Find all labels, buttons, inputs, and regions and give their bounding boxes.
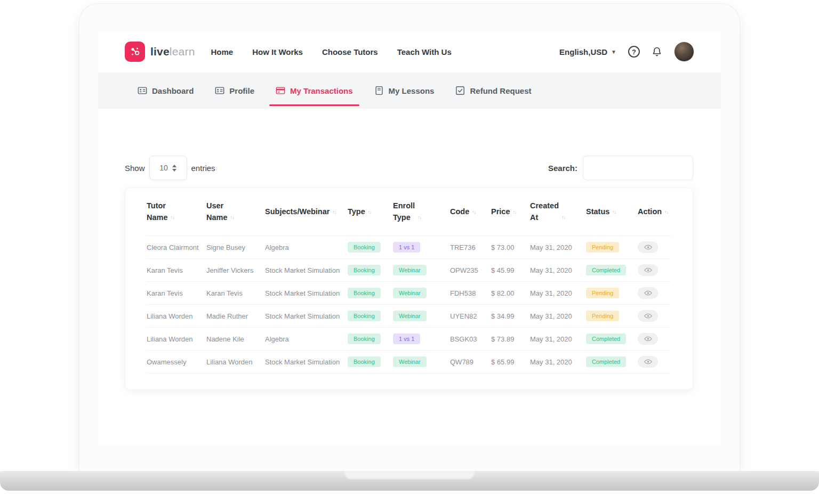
sort-icon[interactable]: ↑↓ — [332, 209, 336, 217]
type-badge: Booking — [348, 356, 381, 367]
sort-icon[interactable]: ↑↓ — [512, 209, 516, 217]
table-row: Cleora Clairmont Signe Busey Algebra Boo… — [147, 236, 671, 259]
eye-icon — [644, 267, 652, 273]
type-cell: Booking — [348, 311, 393, 321]
show-entries-group: Show 10 entries — [125, 156, 215, 180]
subject-cell: Algebra — [265, 335, 348, 343]
sort-icon[interactable]: ↑↓ — [664, 209, 668, 217]
price-cell: $ 73.89 — [491, 335, 530, 343]
page: livelearn Home How It Works Choose Tutor… — [0, 0, 819, 504]
tutor-name-cell: Karan Tevis — [147, 266, 206, 274]
brand-logo-icon — [125, 42, 145, 62]
enroll-type-badge: 1 vs 1 — [393, 242, 420, 253]
view-button[interactable] — [638, 287, 658, 299]
tab-my-lessons[interactable]: My Lessons — [374, 72, 435, 109]
view-button[interactable] — [638, 333, 658, 345]
nav-how-it-works[interactable]: How It Works — [252, 47, 303, 56]
col-type: Type↑↓ — [348, 206, 393, 217]
entries-select[interactable]: 10 — [149, 156, 187, 180]
col-tutor-name: Tutor Name↑↓ — [147, 200, 206, 223]
check-square-icon — [455, 86, 465, 95]
status-cell: Completed — [586, 265, 638, 275]
locale-label: English,USD — [559, 47, 607, 56]
col-status: Status↑↓ — [586, 206, 638, 217]
code-cell: QW789 — [450, 358, 491, 366]
app-header: livelearn Home How It Works Choose Tutor… — [98, 31, 721, 72]
type-badge: Booking — [348, 265, 381, 275]
laptop-notch — [344, 471, 475, 479]
tab-dashboard[interactable]: Dashboard — [138, 72, 194, 109]
col-subjects-webinar: Subjects/Webinar↑↓ — [265, 206, 348, 217]
price-cell: $ 45.99 — [491, 266, 530, 274]
status-badge: Pending — [586, 288, 619, 298]
brand-logo[interactable]: livelearn — [125, 42, 195, 62]
status-badge: Pending — [586, 311, 619, 321]
locale-selector[interactable]: English,USD ▼ — [559, 47, 616, 56]
type-cell: Booking — [348, 242, 393, 253]
status-badge: Completed — [586, 334, 626, 344]
subject-cell: Algebra — [265, 243, 348, 251]
eye-icon — [644, 359, 652, 364]
main-nav: Home How It Works Choose Tutors Teach Wi… — [211, 47, 452, 56]
eye-icon — [644, 313, 652, 319]
tab-label: My Transactions — [290, 86, 353, 95]
status-badge: Completed — [586, 265, 626, 275]
price-cell: $ 34.99 — [491, 312, 530, 320]
type-badge: Booking — [348, 334, 381, 344]
view-button[interactable] — [638, 310, 658, 322]
view-button[interactable] — [638, 356, 658, 368]
sort-icon[interactable]: ↑↓ — [472, 209, 476, 217]
user-name-cell: Nadene Kile — [206, 335, 265, 343]
sort-icon[interactable]: ↑↓ — [230, 214, 234, 223]
id-card-icon — [138, 86, 147, 95]
sort-icon[interactable]: ↑↓ — [368, 209, 372, 217]
status-cell: Pending — [586, 242, 638, 253]
tab-profile[interactable]: Profile — [215, 72, 254, 109]
col-enroll-type: Enroll Type↑↓ — [393, 200, 450, 223]
table-row: Karan Tevis Karan Tevis Stock Market Sim… — [147, 282, 671, 305]
tab-label: Profile — [229, 86, 254, 95]
eye-icon — [644, 245, 652, 250]
transactions-table-card: Tutor Name↑↓ User Name↑↓ Subjects/Webina… — [125, 188, 693, 390]
status-badge: Pending — [586, 242, 619, 253]
type-cell: Booking — [348, 334, 393, 344]
notification-bell-icon[interactable] — [652, 46, 662, 58]
help-icon[interactable]: ? — [628, 46, 640, 58]
action-cell — [638, 310, 672, 322]
profile-card-icon — [215, 86, 224, 95]
created-at-cell: May 31, 2020 — [530, 312, 586, 320]
sort-icon[interactable]: ↑↓ — [612, 209, 616, 217]
code-cell: FDH538 — [450, 289, 491, 297]
price-cell: $ 73.00 — [491, 243, 530, 251]
action-cell — [638, 287, 672, 299]
credit-card-icon — [276, 86, 285, 95]
table-controls: Show 10 entries Search: — [125, 156, 693, 180]
sort-icon[interactable]: ↑↓ — [171, 214, 174, 223]
type-cell: Booking — [348, 265, 393, 275]
table-body: Cleora Clairmont Signe Busey Algebra Boo… — [147, 236, 671, 373]
status-cell: Pending — [586, 311, 638, 321]
nav-choose-tutors[interactable]: Choose Tutors — [322, 47, 378, 56]
subject-cell: Stock Market Simulation — [265, 312, 348, 320]
enroll-type-cell: Webinar — [393, 311, 450, 321]
user-avatar[interactable] — [674, 42, 694, 62]
user-name-cell: Signe Busey — [206, 243, 265, 251]
action-cell — [638, 333, 672, 345]
search-input[interactable] — [583, 156, 693, 180]
enroll-type-cell: Webinar — [393, 288, 450, 298]
chevron-down-icon: ▼ — [611, 49, 616, 55]
status-cell: Completed — [586, 334, 638, 344]
view-button[interactable] — [638, 264, 658, 276]
main-content: Show 10 entries Search: Tutor Name↑↓ Use… — [98, 109, 721, 445]
brand-name: livelearn — [150, 45, 195, 58]
nav-home[interactable]: Home — [211, 47, 234, 56]
action-cell — [638, 264, 672, 276]
tab-refund-request[interactable]: Refund Request — [455, 72, 531, 109]
view-button[interactable] — [638, 241, 658, 253]
table-row: Karan Tevis Jeniffer Vickers Stock Marke… — [147, 259, 671, 282]
created-at-cell: May 31, 2020 — [530, 266, 586, 274]
nav-teach-with-us[interactable]: Teach With Us — [397, 47, 452, 56]
sort-icon[interactable]: ↑↓ — [561, 214, 565, 223]
tab-my-transactions[interactable]: My Transactions — [276, 72, 353, 109]
sort-icon[interactable]: ↑↓ — [417, 214, 421, 223]
